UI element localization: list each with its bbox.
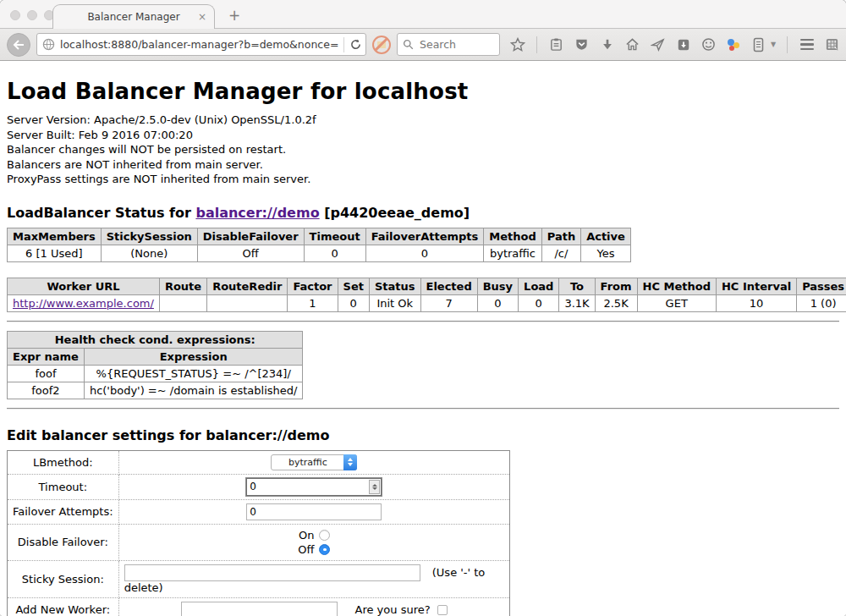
val-elected: 7	[420, 294, 477, 311]
site-globe-icon[interactable]	[42, 38, 55, 51]
are-you-sure-label: Are you sure?	[355, 603, 431, 616]
col-from: From	[595, 278, 637, 294]
timeout-input[interactable]	[247, 481, 369, 492]
persist-note-line: Balancer changes will NOT be persisted o…	[7, 142, 839, 157]
lbmethod-selected-value: bytraffic	[272, 457, 343, 468]
failover-attempts-input[interactable]	[246, 503, 382, 520]
reading-list-icon[interactable]	[548, 36, 564, 52]
window-controls[interactable]	[10, 10, 54, 20]
col-maxmembers: MaxMembers	[8, 228, 102, 245]
add-worker-row: Add New Worker: Are you sure?	[8, 597, 510, 616]
health-table-row: foof2 hc('body') =~ /domain is establish…	[8, 382, 303, 399]
sticky-session-input[interactable]	[124, 564, 420, 581]
worker-table-header-row: Worker URL Route RouteRedir Factor Set S…	[8, 278, 846, 294]
val-set: 0	[338, 294, 369, 311]
download-arrow-icon[interactable]	[599, 36, 615, 52]
disable-failover-label: Disable Failover:	[8, 524, 119, 560]
val-disablefailover: Off	[197, 245, 304, 261]
script-blocked-icon[interactable]	[372, 36, 391, 54]
col-disablefailover: DisableFailover	[197, 228, 304, 245]
col-hc-method: HC Method	[637, 278, 716, 294]
toolbar-divider	[536, 36, 537, 53]
close-window-button[interactable]	[10, 10, 20, 20]
lbmethod-label: LBmethod:	[8, 450, 119, 474]
extension-colordots-icon[interactable]	[726, 37, 741, 52]
notes-list-icon[interactable]	[750, 36, 766, 52]
back-button[interactable]	[7, 33, 30, 57]
expr-foof2: hc('body') =~ /domain is established/	[84, 382, 303, 399]
col-routeredir: RouteRedir	[207, 278, 288, 294]
divider	[7, 321, 839, 322]
reload-icon[interactable]	[349, 38, 362, 51]
worker-url-link[interactable]: http://www.example.com/	[13, 297, 154, 310]
col-active: Active	[581, 228, 631, 245]
server-info: Server Version: Apache/2.5.0-dev (Unix) …	[7, 113, 839, 187]
col-worker-url: Worker URL	[8, 278, 160, 294]
add-worker-label: Add New Worker:	[8, 597, 119, 616]
val-to: 3.1K	[559, 294, 595, 311]
toolbar-icons: ▼	[509, 36, 840, 53]
lbmethod-row: LBmethod: bytraffic	[8, 450, 510, 474]
select-stepper-icon	[343, 454, 357, 470]
loadbalancer-status-heading: LoadBalancer Status for balancer://demo …	[7, 205, 839, 221]
menu-hamburger-icon[interactable]	[799, 36, 815, 52]
balancer-demo-link[interactable]: balancer://demo	[195, 205, 319, 221]
expr-name-foof: foof	[8, 365, 85, 382]
val-hc-interval: 10	[716, 294, 796, 311]
radio-off[interactable]	[319, 544, 330, 555]
tab-title: Balancer Manager	[87, 11, 179, 23]
failover-attempts-row: Failover Attempts:	[8, 499, 510, 524]
are-you-sure-checkbox[interactable]	[437, 605, 448, 615]
val-passes: 1 (0)	[797, 294, 846, 311]
page-title: Load Balancer Manager for localhost	[7, 79, 839, 104]
radio-on[interactable]	[319, 530, 330, 541]
chevron-down-icon[interactable]: ▼	[771, 41, 776, 48]
number-spinner-icon[interactable]	[369, 480, 380, 494]
urlbar-divider	[343, 37, 344, 52]
lbmethod-select[interactable]: bytraffic	[271, 454, 357, 470]
col-method: Method	[484, 228, 541, 245]
url-bar[interactable]: localhost:8880/balancer-manager?b=demo&n…	[36, 33, 366, 56]
health-table-title: Health check cond. expressions:	[8, 331, 303, 348]
radio-off-label: Off	[298, 543, 314, 556]
sticky-session-row: Sticky Session: (Use '-' to delete)	[8, 560, 510, 597]
search-input[interactable]	[418, 37, 494, 52]
divider	[7, 408, 839, 410]
download-panel-icon[interactable]	[675, 36, 691, 52]
val-maxmembers: 6 [1 Used]	[8, 245, 102, 261]
col-expr-name: Expr name	[8, 348, 85, 365]
send-plane-icon[interactable]	[650, 36, 666, 52]
timeout-input-wrap	[246, 478, 382, 496]
disable-failover-row: Disable Failover: On Off	[8, 524, 510, 560]
worker-table-row: http://www.example.com/ 1 0 Init Ok 7 0 …	[8, 294, 846, 311]
status-heading-suffix: [p4420eeae_demo]	[320, 205, 470, 221]
val-stickysession: (None)	[101, 245, 197, 261]
inherit-note-line: Balancers are NOT inherited from main se…	[7, 157, 839, 173]
new-tab-button[interactable]: +	[228, 7, 240, 24]
pocket-icon[interactable]	[574, 36, 590, 52]
val-load: 0	[519, 294, 559, 311]
health-table-title-row: Health check cond. expressions:	[8, 331, 303, 348]
search-bar[interactable]	[397, 33, 500, 56]
minimize-window-button[interactable]	[27, 10, 37, 20]
worker-table: Worker URL Route RouteRedir Factor Set S…	[7, 278, 846, 312]
col-status: Status	[369, 278, 420, 294]
add-worker-input[interactable]	[181, 602, 338, 616]
browser-window: Balancer Manager × + localhost:8880/bala…	[0, 0, 846, 616]
col-factor: Factor	[288, 278, 338, 294]
screenshot-grid-icon[interactable]	[824, 36, 840, 52]
feedback-smiley-icon[interactable]	[700, 36, 717, 52]
col-path: Path	[541, 228, 580, 245]
val-hc-method: GET	[637, 294, 716, 311]
val-routeredir	[207, 294, 288, 311]
tab-close-icon[interactable]: ×	[198, 11, 206, 23]
val-busy: 0	[477, 294, 518, 311]
home-icon[interactable]	[624, 36, 640, 52]
tab-balancer-manager[interactable]: Balancer Manager ×	[52, 4, 215, 29]
url-text[interactable]: localhost:8880/balancer-manager?b=demo&n…	[60, 38, 338, 51]
val-method: bytraffic	[484, 245, 541, 261]
col-timeout: Timeout	[304, 228, 365, 245]
worker-url-cell: http://www.example.com/	[8, 294, 160, 311]
timeout-label: Timeout:	[8, 474, 119, 499]
bookmark-star-icon[interactable]	[509, 36, 525, 52]
